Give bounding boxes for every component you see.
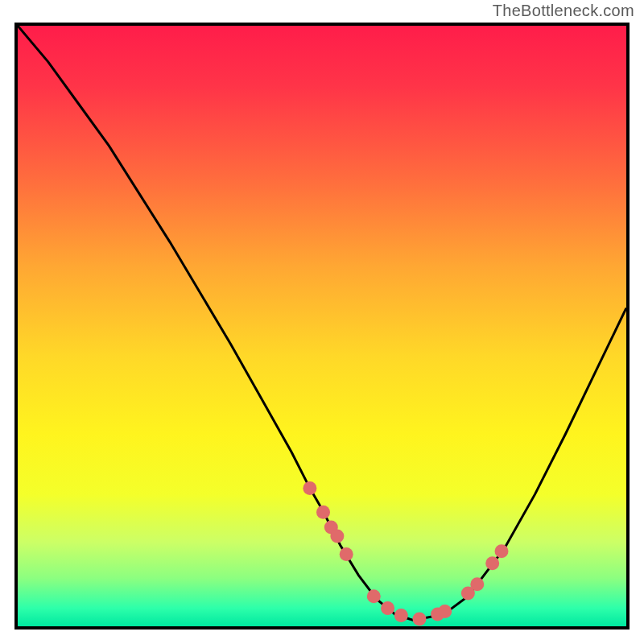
marker-dot <box>495 544 509 558</box>
gradient-background <box>18 26 626 626</box>
marker-dot <box>367 589 381 603</box>
marker-dot <box>394 609 408 622</box>
marker-dot <box>330 530 344 543</box>
marker-dot <box>340 547 353 561</box>
attribution-label: TheBottleneck.com <box>493 2 634 20</box>
plot-frame <box>14 23 630 630</box>
marker-dot <box>470 577 484 591</box>
chart-container: TheBottleneck.com <box>0 0 644 644</box>
marker-dot <box>485 556 499 570</box>
marker-dot <box>438 605 452 618</box>
marker-dot <box>316 506 330 519</box>
plot-svg <box>18 26 626 626</box>
marker-dot <box>303 481 316 495</box>
marker-dot <box>381 601 394 615</box>
marker-dot <box>413 613 427 626</box>
